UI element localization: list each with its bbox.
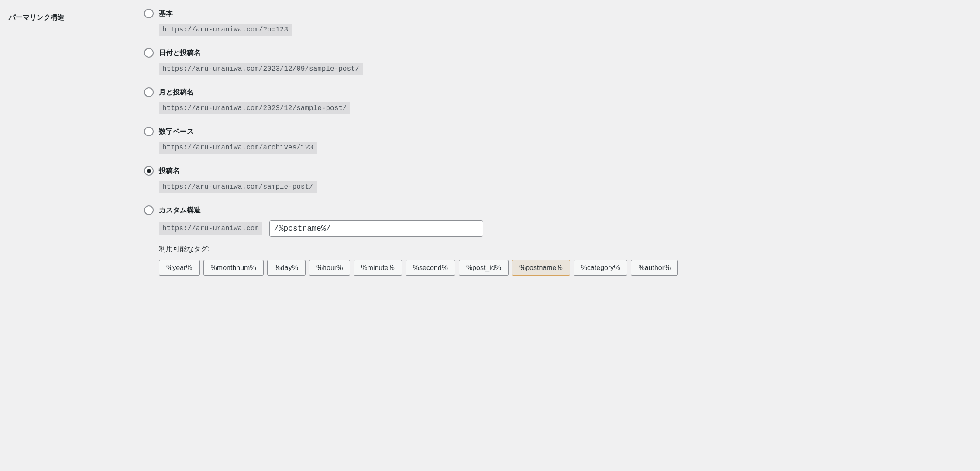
option-day-name-title: 日付と投稿名	[159, 48, 201, 58]
tag-post-id[interactable]: %post_id%	[459, 260, 509, 276]
option-numeric: 数字ベース https://aru-uraniwa.com/archives/1…	[144, 127, 971, 154]
radio-postname[interactable]	[144, 166, 154, 176]
custom-structure-row: https://aru-uraniwa.com	[159, 220, 971, 237]
radio-custom[interactable]	[144, 205, 154, 215]
tag-day[interactable]: %day%	[267, 260, 306, 276]
option-day-name: 日付と投稿名 https://aru-uraniwa.com/2023/12/0…	[144, 48, 971, 75]
custom-structure-input[interactable]	[269, 220, 483, 237]
tag-hour[interactable]: %hour%	[309, 260, 350, 276]
permalink-settings-form: パーマリンク構造 基本 https://aru-uraniwa.com/?p=1…	[9, 9, 971, 288]
option-custom-title: カスタム構造	[159, 206, 201, 215]
tag-category[interactable]: %category%	[574, 260, 628, 276]
tag-monthnum[interactable]: %monthnum%	[203, 260, 264, 276]
radio-plain[interactable]	[144, 9, 154, 18]
radio-numeric[interactable]	[144, 127, 154, 136]
option-postname: 投稿名 https://aru-uraniwa.com/sample-post/	[144, 166, 971, 193]
tag-postname[interactable]: %postname%	[512, 260, 570, 276]
example-url-plain: https://aru-uraniwa.com/?p=123	[159, 24, 292, 36]
option-month-name-title: 月と投稿名	[159, 88, 194, 97]
options-column: 基本 https://aru-uraniwa.com/?p=123 日付と投稿名…	[144, 9, 971, 288]
example-url-day-name: https://aru-uraniwa.com/2023/12/09/sampl…	[159, 63, 363, 75]
option-custom: カスタム構造 https://aru-uraniwa.com 利用可能なタグ: …	[144, 205, 971, 276]
available-tags-label: 利用可能なタグ:	[159, 245, 971, 254]
section-label: パーマリンク構造	[9, 9, 144, 22]
option-postname-title: 投稿名	[159, 166, 180, 176]
option-numeric-title: 数字ベース	[159, 127, 194, 136]
option-day-name-label[interactable]: 日付と投稿名	[144, 48, 971, 58]
option-plain: 基本 https://aru-uraniwa.com/?p=123	[144, 9, 971, 36]
option-month-name-label[interactable]: 月と投稿名	[144, 87, 971, 97]
option-numeric-label[interactable]: 数字ベース	[144, 127, 971, 136]
tag-second[interactable]: %second%	[406, 260, 455, 276]
option-postname-label[interactable]: 投稿名	[144, 166, 971, 176]
option-month-name: 月と投稿名 https://aru-uraniwa.com/2023/12/sa…	[144, 87, 971, 114]
radio-day-name[interactable]	[144, 48, 154, 58]
option-custom-label[interactable]: カスタム構造	[144, 205, 971, 215]
option-plain-label[interactable]: 基本	[144, 9, 971, 18]
option-plain-title: 基本	[159, 9, 173, 18]
available-tags-row: %year% %monthnum% %day% %hour% %minute% …	[159, 260, 971, 276]
tag-year[interactable]: %year%	[159, 260, 200, 276]
tag-author[interactable]: %author%	[631, 260, 678, 276]
custom-prefix: https://aru-uraniwa.com	[159, 222, 262, 235]
tag-minute[interactable]: %minute%	[354, 260, 402, 276]
example-url-postname: https://aru-uraniwa.com/sample-post/	[159, 181, 317, 193]
example-url-month-name: https://aru-uraniwa.com/2023/12/sample-p…	[159, 102, 350, 114]
example-url-numeric: https://aru-uraniwa.com/archives/123	[159, 142, 317, 154]
radio-month-name[interactable]	[144, 87, 154, 97]
